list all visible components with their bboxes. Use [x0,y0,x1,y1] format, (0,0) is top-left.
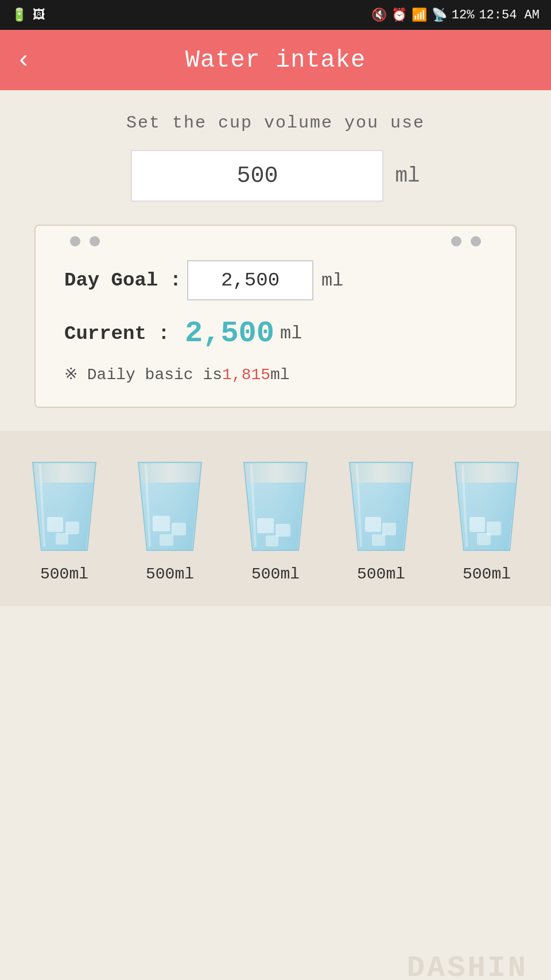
pin-top-left-2 [90,236,100,246]
signal-icon: 📡 [432,7,447,23]
cup-volume-subtitle: Set the cup volume you use [34,113,517,133]
svg-rect-0 [47,517,63,532]
app-header: ‹ Water intake [0,30,551,90]
svg-rect-5 [160,534,173,546]
wifi-icon: 📶 [412,7,427,23]
daily-basic-text: ※ Daily basic is1,815ml [64,366,290,384]
glass-svg-2 [130,454,210,557]
cup-volume-row: ml [34,150,517,202]
glass-svg-5 [447,454,527,557]
battery-alert-icon: 🔋 [11,7,27,23]
cup-ml-label: ml [395,164,420,188]
status-icons-left: 🔋 🖼 [11,7,45,23]
glass-item-2[interactable]: 500ml [130,454,210,583]
svg-rect-6 [257,518,274,533]
day-goal-row: Day Goal : ml [64,260,487,300]
current-row: Current : 2,500 ml [64,317,487,350]
page-title: Water intake [185,47,366,74]
svg-rect-1 [65,522,79,534]
daily-basic-suffix: ml [270,366,290,384]
glass-item-4[interactable]: 500ml [341,454,421,583]
cup-volume-input[interactable] [131,150,383,202]
pin-top-right-1 [451,236,461,246]
glass-item-5[interactable]: 500ml [447,454,527,583]
svg-rect-3 [153,516,170,531]
status-bar: 🔋 🖼 🔇 ⏰ 📶 📡 12% 12:54 AM [0,0,551,30]
day-goal-input[interactable] [187,260,313,300]
main-content: Set the cup volume you use ml Day Goal :… [0,90,551,431]
svg-rect-14 [477,533,491,545]
glass-svg-4 [341,454,421,557]
day-goal-label: Day Goal : [64,269,181,291]
glass-label-1: 500ml [40,565,88,583]
back-button[interactable]: ‹ [16,48,31,73]
day-goal-unit: ml [321,270,343,291]
alarm-icon: ⏰ [391,7,407,23]
svg-rect-7 [276,524,290,537]
glass-svg-3 [235,454,316,557]
daily-basic-row: ※ Daily basic is1,815ml [64,364,487,384]
battery-percent: 12% [452,8,475,22]
svg-rect-2 [56,533,68,545]
pin-top-right-2 [471,236,481,246]
notepad-pins [36,236,515,246]
time-display: 12:54 AM [479,8,540,22]
svg-rect-12 [469,517,485,532]
daily-basic-prefix: ※ Daily basic is [64,366,222,384]
glass-label-2: 500ml [146,565,194,583]
mute-icon: 🔇 [371,7,387,23]
daily-basic-value: 1,815 [222,366,270,384]
watermark-text: DASHIN [407,951,528,980]
notepad-card: Day Goal : ml Current : 2,500 ml ※ Daily… [34,225,517,408]
glasses-section: 500ml 500ml [0,431,551,606]
svg-rect-9 [365,517,381,532]
current-unit: ml [280,323,302,344]
pin-top-left-1 [70,236,80,246]
image-icon: 🖼 [33,7,45,23]
svg-rect-11 [372,534,385,546]
glass-label-3: 500ml [251,565,300,583]
svg-rect-4 [172,523,186,535]
glass-item-1[interactable]: 500ml [24,454,104,583]
bottom-area: DASHIN [0,606,551,980]
svg-rect-10 [382,523,396,535]
status-icons-right: 🔇 ⏰ 📶 📡 12% 12:54 AM [371,7,540,23]
svg-rect-8 [266,535,278,546]
glass-item-3[interactable]: 500ml [235,454,316,583]
current-value: 2,500 [185,317,274,350]
glass-label-5: 500ml [463,565,511,583]
glass-label-4: 500ml [357,565,405,583]
current-label: Current : [64,323,179,345]
glass-svg-1 [24,454,104,557]
